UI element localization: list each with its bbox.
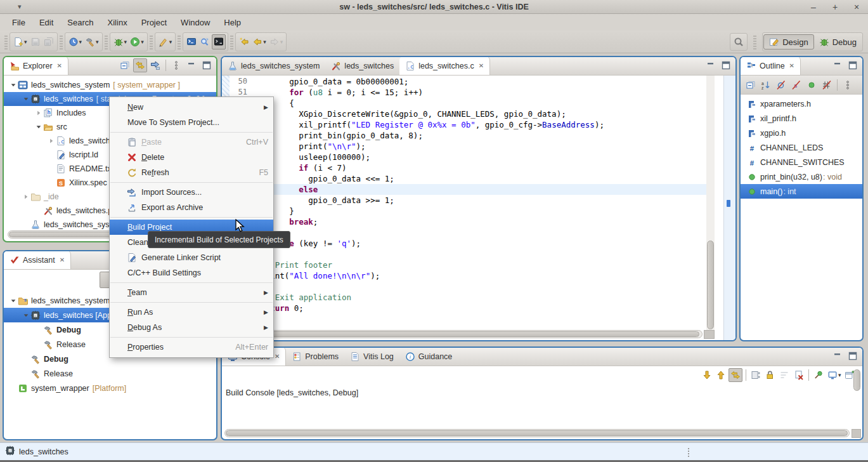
chevron-down-icon[interactable]: ▾	[24, 39, 27, 45]
word-wrap-button[interactable]	[777, 368, 791, 382]
console-hscrollbar[interactable]	[224, 429, 850, 437]
context-menu-generate-linker-script[interactable]: Generate Linker Script	[110, 250, 273, 265]
context-menu-move-to-system-project-[interactable]: Move To System Project...	[110, 115, 273, 130]
context-menu-new[interactable]: New▶	[110, 100, 273, 115]
editor-hscrollbar[interactable]	[224, 330, 703, 338]
editor-tab-leds-switches-c[interactable]: .cleds_switches.c✕	[399, 56, 490, 75]
line-marker[interactable]	[727, 200, 730, 207]
collapse-all-button[interactable]	[744, 78, 758, 92]
outline-item-channel-switches[interactable]: #CHANNEL_SWITCHES	[741, 155, 862, 169]
chevron-down-icon[interactable]: ▾	[263, 39, 266, 45]
maximize-view-icon[interactable]	[846, 349, 860, 363]
close-icon[interactable]: ✕	[789, 62, 794, 69]
terminal-dark-button[interactable]	[212, 34, 226, 50]
tree-item-leds-switches-system[interactable]: leds_switches_system[ system_wrapper ]	[4, 78, 216, 92]
console-tab-vitis-log[interactable]: Vitis Log	[344, 347, 399, 366]
context-menu-debug-as[interactable]: Debug As▶	[110, 320, 273, 335]
scroll-down-button[interactable]	[701, 368, 713, 382]
close-icon[interactable]: ✕	[60, 256, 65, 263]
back-star-button[interactable]	[238, 34, 250, 50]
tab-explorer[interactable]: Explorer ✕	[4, 56, 68, 75]
chevron-down-icon[interactable]: ▾	[169, 39, 172, 45]
chevron-down-icon[interactable]: ▾	[141, 39, 144, 45]
collapse-all-button[interactable]	[118, 58, 132, 72]
menu-project[interactable]: Project	[134, 16, 174, 29]
minimize-button[interactable]: –	[808, 1, 819, 13]
view-menu-button[interactable]	[169, 58, 183, 72]
clear-console-button[interactable]	[793, 368, 805, 382]
hide-inactive-button[interactable]	[820, 78, 834, 92]
hide-non-public-button[interactable]	[805, 78, 819, 92]
hide-fields-button[interactable]	[774, 78, 788, 92]
context-menu-properties[interactable]: PropertiesAlt+Enter	[110, 340, 273, 355]
menu-file[interactable]: File	[5, 16, 32, 29]
maximize-button[interactable]: +	[830, 1, 840, 13]
new-wizard-button[interactable]: ▾	[12, 34, 29, 50]
tree-item-system-wrapper[interactable]: system_wrapper[Platform]	[4, 381, 216, 395]
editor-overview-ruler[interactable]	[723, 76, 735, 340]
auto-scroll-button[interactable]	[729, 368, 742, 382]
maximize-view-icon[interactable]	[846, 58, 860, 72]
menu-search[interactable]: Search	[60, 16, 100, 29]
sort-button[interactable]: az	[759, 78, 773, 92]
context-menu-refresh[interactable]: RefreshF5	[110, 165, 273, 180]
context-menu-export-as-archive[interactable]: Export as Archive	[110, 200, 273, 215]
menu-xilinx[interactable]: Xilinx	[101, 16, 134, 29]
chevron-down-icon[interactable]: ▾	[124, 39, 127, 45]
maximize-view-button[interactable]	[200, 58, 214, 72]
maximize-view-button[interactable]	[719, 58, 733, 72]
open-element-button[interactable]: ▾	[157, 34, 174, 50]
hide-static-button[interactable]: s	[789, 78, 803, 92]
perspective-debug[interactable]: Debug	[814, 35, 862, 49]
console-tab-guidance[interactable]: iGuidance	[399, 347, 458, 366]
minimize-view-icon[interactable]	[831, 349, 845, 363]
search-button[interactable]	[730, 33, 748, 51]
tab-outline[interactable]: Outline ✕	[741, 56, 801, 75]
editor-tab-leds-switches[interactable]: leds_switches	[325, 56, 399, 75]
context-menu-run-as[interactable]: Run As▶	[110, 305, 273, 320]
outline-item-xparameters-h[interactable]: xparameters.h	[741, 96, 862, 111]
run-button[interactable]: ▾	[129, 34, 145, 50]
context-menu-c-c-build-settings[interactable]: C/C++ Build Settings	[110, 265, 273, 280]
close-icon[interactable]: ✕	[57, 62, 62, 69]
focus-task-button[interactable]	[148, 58, 162, 72]
context-menu-paste[interactable]: PasteCtrl+V	[110, 135, 273, 150]
chevron-down-icon[interactable]: ▾	[838, 372, 841, 378]
scroll-lock-button[interactable]	[763, 368, 776, 382]
console-vscrollbar[interactable]	[853, 368, 861, 393]
chevron-down-icon[interactable]: ▾	[280, 39, 283, 45]
outline-item-channel-leds[interactable]: #CHANNEL_LEDS	[741, 140, 862, 155]
debug-bug-button[interactable]: ▾	[112, 34, 129, 50]
inspect-button[interactable]	[198, 34, 211, 50]
editor-code-area[interactable]: gpio_0_data = 0b00000001; for (u8 i = 0;…	[251, 76, 714, 314]
profile-button[interactable]: ▾	[67, 34, 84, 50]
save-button[interactable]	[29, 34, 42, 50]
view-menu-button[interactable]	[841, 78, 855, 92]
menu-edit[interactable]: Edit	[32, 16, 60, 29]
editor-tab-leds-switches-system[interactable]: leds_switches_system	[222, 56, 325, 75]
link-editor-button[interactable]	[133, 58, 147, 72]
close-icon[interactable]: ✕	[479, 62, 484, 69]
pin-console-button[interactable]	[812, 368, 825, 382]
console-tab-problems[interactable]: Problems	[286, 347, 344, 366]
minimize-view-icon[interactable]	[831, 58, 845, 72]
minimize-view-button[interactable]	[185, 58, 198, 72]
editor-vscrollbar[interactable]	[706, 76, 715, 331]
context-menu-delete[interactable]: Delete	[110, 150, 273, 165]
menu-window[interactable]: Window	[174, 16, 217, 29]
close-icon[interactable]: ✕	[275, 353, 280, 360]
back-button[interactable]: ▾	[251, 34, 268, 50]
context-menu-import-sources-[interactable]: Import Sources...	[110, 185, 273, 200]
outline-item-xgpio-h[interactable]: xgpio.h	[741, 126, 862, 140]
tab-assistant[interactable]: Assistant ✕	[4, 251, 71, 269]
terminal-button[interactable]	[185, 34, 198, 50]
show-stdout-button[interactable]	[749, 368, 762, 382]
save-all-button[interactable]	[42, 34, 55, 50]
tree-item-release[interactable]: Release	[4, 366, 216, 381]
forward-button[interactable]: ▾	[268, 34, 285, 50]
chevron-down-icon[interactable]: ▾	[79, 39, 82, 45]
build-button[interactable]: ▾	[84, 34, 100, 50]
chevron-down-icon[interactable]: ▾	[96, 39, 99, 45]
display-console-button[interactable]: ▾	[826, 368, 843, 382]
minimize-view-button[interactable]	[704, 58, 718, 72]
